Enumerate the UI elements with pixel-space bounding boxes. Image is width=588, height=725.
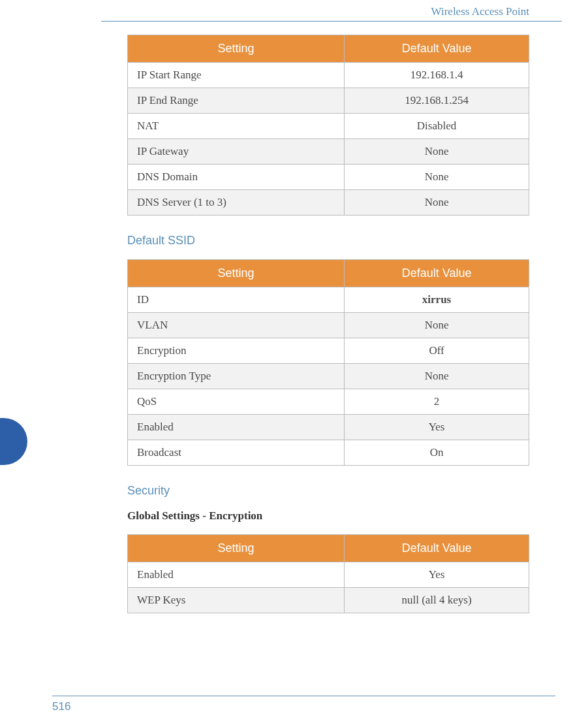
value-cell: Off [345,338,529,364]
value-cell: None [345,364,529,389]
setting-cell: VLAN [128,313,345,338]
value-cell: On [345,440,529,466]
table-row: EnabledYes [128,415,529,440]
setting-cell: Broadcast [128,440,345,466]
value-cell: 192.168.1.254 [345,88,529,114]
table-row: EncryptionOff [128,338,529,364]
table-row: IP Start Range192.168.1.4 [128,63,529,88]
side-tab-marker [0,418,27,465]
setting-cell: Enabled [128,562,345,588]
value-cell: Disabled [345,114,529,139]
table2-body: IDxirrusVLANNoneEncryptionOffEncryption … [128,287,529,466]
table-row: QoS2 [128,389,529,415]
table-header-setting: Setting [128,535,345,562]
value-cell: 192.168.1.4 [345,63,529,88]
setting-cell: Enabled [128,415,345,440]
setting-cell: DNS Domain [128,165,345,190]
page-footer: 516 [52,696,555,713]
section-heading-security: Security [127,484,529,498]
setting-cell: IP End Range [128,88,345,114]
value-cell: None [345,313,529,338]
page-header-title: Wireless Access Point [431,5,529,18]
table-header-default-value: Default Value [345,535,529,562]
table-header-default-value: Default Value [345,35,529,63]
subsection-heading-global-encryption: Global Settings - Encryption [127,509,529,523]
settings-table-ssid: Setting Default Value IDxirrusVLANNoneEn… [127,259,529,466]
table-row: WEP Keysnull (all 4 keys) [128,588,529,613]
setting-cell: NAT [128,114,345,139]
setting-cell: Encryption [128,338,345,364]
table-row: DNS DomainNone [128,165,529,190]
setting-cell: WEP Keys [128,588,345,613]
table-header-setting: Setting [128,260,345,287]
setting-cell: DNS Server (1 to 3) [128,190,345,216]
page-content: Setting Default Value IP Start Range192.… [127,22,529,613]
table-row: IP GatewayNone [128,139,529,165]
table-row: NATDisabled [128,114,529,139]
table3-body: EnabledYesWEP Keysnull (all 4 keys) [128,562,529,613]
setting-cell: QoS [128,389,345,415]
settings-table-security: Setting Default Value EnabledYesWEP Keys… [127,534,529,613]
settings-table-network: Setting Default Value IP Start Range192.… [127,35,529,216]
value-cell: Yes [345,415,529,440]
table-row: VLANNone [128,313,529,338]
setting-cell: ID [128,287,345,313]
value-cell: xirrus [345,287,529,313]
table-row: IP End Range192.168.1.254 [128,88,529,114]
value-cell: 2 [345,389,529,415]
setting-cell: Encryption Type [128,364,345,389]
table1-body: IP Start Range192.168.1.4IP End Range192… [128,63,529,216]
value-cell: null (all 4 keys) [345,588,529,613]
value-cell: Yes [345,562,529,588]
page-number: 516 [52,700,70,713]
table-header-default-value: Default Value [345,260,529,287]
table-row: EnabledYes [128,562,529,588]
value-cell: None [345,165,529,190]
table-row: BroadcastOn [128,440,529,466]
value-cell: None [345,190,529,216]
table-header-setting: Setting [128,35,345,63]
table-row: Encryption TypeNone [128,364,529,389]
value-cell: None [345,139,529,165]
section-heading-default-ssid: Default SSID [127,234,529,248]
setting-cell: IP Start Range [128,63,345,88]
table-row: DNS Server (1 to 3)None [128,190,529,216]
page-header: Wireless Access Point [101,0,562,22]
setting-cell: IP Gateway [128,139,345,165]
table-row: IDxirrus [128,287,529,313]
